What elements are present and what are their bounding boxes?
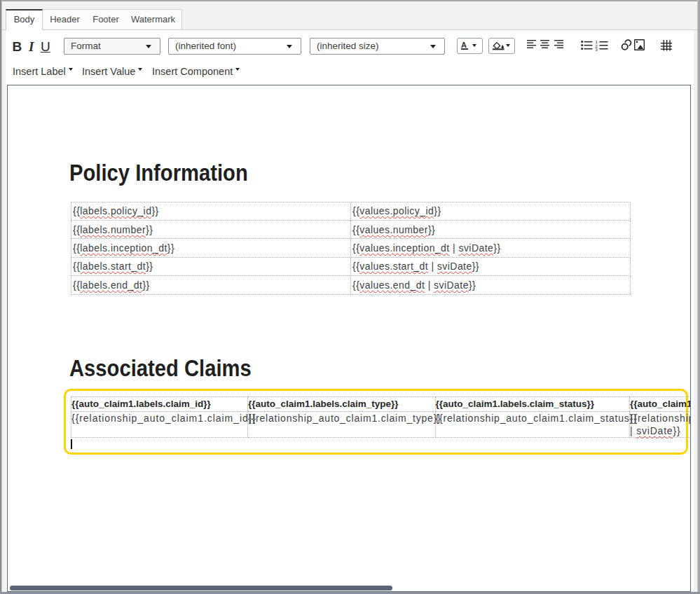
- svg-text:3: 3: [596, 48, 598, 51]
